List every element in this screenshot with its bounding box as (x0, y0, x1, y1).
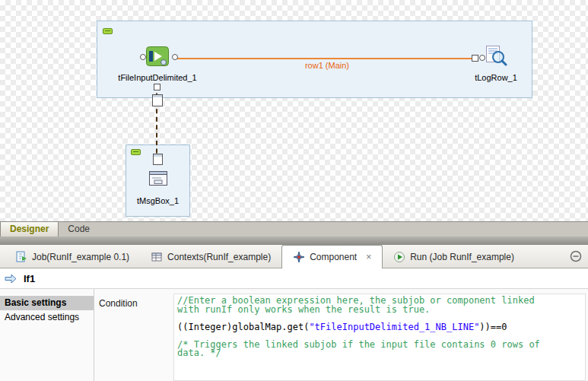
component-label-tmsgbox[interactable]: tMsgBox_1 (126, 196, 190, 205)
contexts-tab-icon (151, 251, 163, 263)
code-expression-line: ((Integer)globalMap.get("tFileInputDelim… (177, 323, 582, 332)
design-canvas[interactable]: tFileInputDelimited_1 tLogRow_1 tMsgBox_… (0, 0, 588, 221)
tab-contexts-label: Contexts(RunIf_example) (167, 252, 271, 262)
component-panel-header: If1 (0, 268, 588, 289)
tfileinputdelimited-icon (146, 45, 169, 68)
tab-job[interactable]: Job(RunIf_example 0.1) (5, 245, 140, 268)
tmsgbox-component[interactable] (148, 168, 169, 189)
subjob1-collapse-button[interactable] (103, 28, 113, 34)
tab-contexts[interactable]: Contexts(RunIf_example) (140, 245, 281, 268)
minimize-panel-button[interactable] (570, 250, 582, 262)
panel-title: If1 (24, 273, 35, 284)
trigger-target-icon (153, 154, 163, 165)
expression-string: "tFileInputDelimited_1_NB_LINE" (309, 322, 479, 332)
condition-label: Condition (99, 298, 138, 309)
code-comment-line: data. */ (177, 349, 582, 358)
code-comment-line: /* Triggers the linked subjob if the inp… (177, 341, 582, 350)
connection-row1-line[interactable] (176, 58, 473, 59)
job-tab-icon (15, 251, 27, 263)
component-tab-icon (293, 251, 305, 263)
connection-row1-label[interactable]: row1 (Main) (274, 61, 380, 70)
component-settings: Basic settings Advanced settings Conditi… (0, 289, 588, 381)
tlogrow-component[interactable] (485, 45, 507, 68)
talend-studio-window: tFileInputDelimited_1 tLogRow_1 tMsgBox_… (0, 0, 588, 381)
connection-endpoint-icon (472, 55, 478, 62)
minimize-icon (570, 250, 582, 262)
tab-code[interactable]: Code (59, 222, 99, 237)
component-label-tfileinputdelimited[interactable]: tFileInputDelimited_1 (104, 73, 211, 82)
output-port-icon (172, 54, 178, 60)
subjob2-collapse-button[interactable] (131, 149, 141, 155)
tab-run[interactable]: Run (Job RunIf_example) (383, 245, 525, 268)
tab-run-label: Run (Job RunIf_example) (410, 252, 514, 262)
settings-nav: Basic settings Advanced settings (0, 289, 94, 381)
expression-post: ))==0 (479, 322, 507, 332)
close-icon[interactable]: × (366, 252, 371, 262)
tfileinputdelimited-component[interactable] (146, 45, 169, 68)
tab-component-label: Component (310, 252, 357, 262)
if-arrow-icon (5, 274, 17, 284)
nav-basic-settings[interactable]: Basic settings (0, 296, 94, 310)
expression-pre: ((Integer)globalMap.get( (177, 322, 309, 332)
input-port-icon (140, 54, 146, 60)
condition-expression-editor[interactable]: //Enter a boolean expression here, the s… (173, 294, 586, 381)
panel-sash[interactable] (0, 237, 588, 245)
code-comment-line: with runIf only works when the result is… (177, 306, 582, 315)
view-tabbar: Job(RunIf_example 0.1) Contexts(RunIf_ex… (0, 245, 588, 268)
component-label-tlogrow[interactable]: tLogRow_1 (454, 73, 538, 82)
tlogrow-icon (485, 45, 507, 68)
nav-advanced-settings[interactable]: Advanced settings (0, 310, 94, 325)
component-panel: If1 Basic settings Advanced settings Con… (0, 268, 588, 381)
trigger-source-icon (154, 84, 161, 90)
editor-mode-tabs: Designer Code (0, 221, 588, 237)
tab-designer[interactable]: Designer (0, 222, 59, 237)
trigger-endpoint-icon (152, 94, 163, 106)
tab-job-label: Job(RunIf_example 0.1) (32, 252, 129, 262)
tmsgbox-icon (148, 168, 169, 189)
tab-component[interactable]: Component × (281, 245, 383, 268)
run-tab-icon (393, 251, 405, 263)
